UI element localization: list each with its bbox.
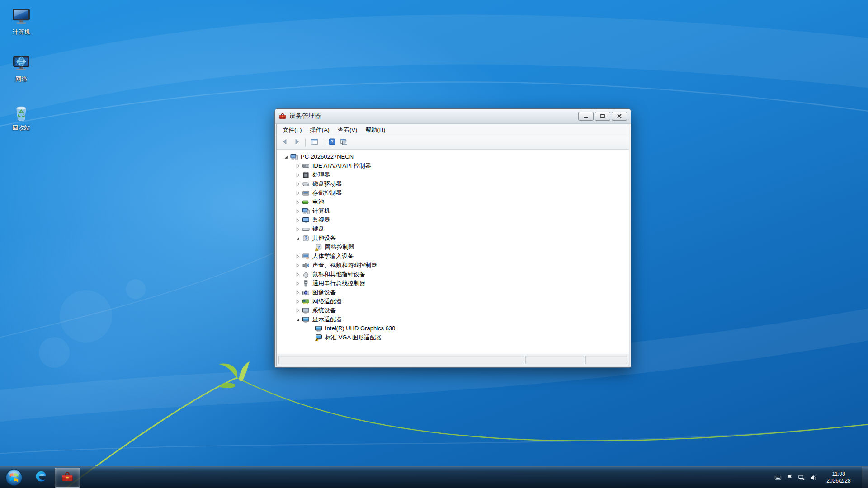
expand-icon[interactable] xyxy=(295,308,300,313)
show-desktop-button[interactable] xyxy=(862,467,868,488)
expand-icon[interactable] xyxy=(295,163,300,169)
svg-text:?: ? xyxy=(317,244,320,249)
minimize-button[interactable] xyxy=(578,112,594,121)
collapse-icon[interactable] xyxy=(295,235,300,241)
volume-icon[interactable] xyxy=(807,467,819,488)
menu-item-3[interactable]: 帮助(H) xyxy=(361,125,389,136)
status-bar xyxy=(277,354,629,366)
toolbar-separator xyxy=(305,139,306,147)
tree-item[interactable]: 鼠标和其他指针设备 xyxy=(277,270,629,279)
mouse-icon xyxy=(302,271,310,278)
menu-item-0[interactable]: 文件(F) xyxy=(278,125,306,136)
show-console-tree-button[interactable] xyxy=(309,137,320,148)
expand-icon[interactable] xyxy=(295,199,300,205)
tree-item[interactable]: PC-20260227NECN xyxy=(277,152,629,161)
back-button[interactable] xyxy=(279,137,290,148)
hid-icon xyxy=(302,253,310,260)
tree-item-label: 键盘 xyxy=(312,225,324,234)
menu-item-1[interactable]: 操作(A) xyxy=(306,125,334,136)
status-cell xyxy=(585,356,627,364)
collapse-icon[interactable] xyxy=(295,317,300,322)
tree-item-label: 监视器 xyxy=(312,216,330,225)
tree-item[interactable]: 声音、视频和游戏控制器 xyxy=(277,261,629,270)
sound-icon xyxy=(302,262,310,269)
svg-text:?: ? xyxy=(330,139,333,144)
tree-item[interactable]: 系统设备 xyxy=(277,306,629,315)
expand-icon[interactable] xyxy=(295,253,300,259)
tree-item[interactable]: 图像设备 xyxy=(277,288,629,297)
display-icon xyxy=(302,316,310,324)
device-tree[interactable]: PC-20260227NECNIDE ATA/ATAPI 控制器处理器磁盘驱动器… xyxy=(277,150,629,354)
taskbar-clock[interactable]: 11:08 2026/2/28 xyxy=(819,471,858,484)
tree-item[interactable]: ?网络控制器 xyxy=(277,243,629,252)
tree-item-label: 图像设备 xyxy=(312,288,336,297)
display-icon xyxy=(315,325,322,333)
netadapter-icon xyxy=(302,298,310,305)
desktop-icon-recycle[interactable]: 回收站 xyxy=(4,102,39,132)
expand-icon[interactable] xyxy=(295,281,300,286)
device-manager-window: 设备管理器 文件(F)操作(A)查看(V)帮助(H) ? PC-20260227… xyxy=(274,108,631,368)
tree-item[interactable]: 键盘 xyxy=(277,225,629,234)
expand-icon[interactable] xyxy=(295,263,300,268)
usb-icon xyxy=(302,280,310,287)
computer-icon xyxy=(302,207,310,215)
battery-icon xyxy=(302,198,310,206)
toolbar: ? xyxy=(277,136,629,150)
network-icon xyxy=(11,53,32,74)
expand-icon[interactable] xyxy=(295,172,300,178)
tree-item-label: Intel(R) UHD Graphics 630 xyxy=(325,324,395,333)
status-cell xyxy=(525,356,584,364)
network-status-icon[interactable] xyxy=(796,467,807,488)
action-center-icon[interactable] xyxy=(784,467,796,488)
tree-item[interactable]: IDE ATA/ATAPI 控制器 xyxy=(277,161,629,170)
expand-icon[interactable] xyxy=(295,299,300,304)
device-manager-icon xyxy=(61,470,74,485)
expand-icon[interactable] xyxy=(295,290,300,295)
tree-item[interactable]: 磁盘驱动器 xyxy=(277,179,629,188)
menu-item-2[interactable]: 查看(V) xyxy=(334,125,361,136)
tree-item[interactable]: 存储控制器 xyxy=(277,188,629,197)
display-warning-icon xyxy=(315,334,322,342)
tree-item-label: 人体学输入设备 xyxy=(312,252,354,261)
forward-button[interactable] xyxy=(291,137,302,148)
status-cell xyxy=(278,356,524,364)
desktop-icon-network[interactable]: 网络 xyxy=(4,53,39,83)
desktop-icon-computer[interactable]: 计算机 xyxy=(4,6,39,36)
processor-icon xyxy=(302,171,310,179)
clock-time: 11:08 xyxy=(819,471,858,478)
tree-item[interactable]: 计算机 xyxy=(277,206,629,216)
tree-item-label: 计算机 xyxy=(312,206,330,216)
close-button[interactable] xyxy=(612,112,627,121)
expand-icon[interactable] xyxy=(295,181,300,187)
expand-icon[interactable] xyxy=(295,226,300,232)
collapse-icon[interactable] xyxy=(283,154,288,160)
tree-item[interactable]: 电池 xyxy=(277,197,629,206)
imaging-icon xyxy=(302,289,310,296)
input-indicator-icon[interactable] xyxy=(772,467,784,488)
expand-icon[interactable] xyxy=(295,272,300,277)
desktop-icon-label: 网络 xyxy=(4,75,39,83)
taskbar-edge-button[interactable] xyxy=(28,468,54,488)
tree-item[interactable]: Intel(R) UHD Graphics 630 xyxy=(277,324,629,333)
taskbar-device-manager-button[interactable] xyxy=(55,468,80,488)
tree-item[interactable]: 通用串行总线控制器 xyxy=(277,279,629,288)
tree-item[interactable]: 处理器 xyxy=(277,170,629,179)
help-button[interactable]: ? xyxy=(326,137,337,148)
disk-icon xyxy=(302,180,310,188)
expand-icon[interactable] xyxy=(295,190,300,196)
tree-item[interactable]: 网络适配器 xyxy=(277,297,629,306)
window-titlebar[interactable]: 设备管理器 xyxy=(275,109,631,124)
expand-icon[interactable] xyxy=(295,217,300,223)
maximize-button[interactable] xyxy=(595,112,610,121)
tree-item[interactable]: 显示适配器 xyxy=(277,315,629,324)
properties-button[interactable] xyxy=(338,137,349,148)
unknown-warning-icon: ? xyxy=(315,244,322,251)
tree-item[interactable]: 标准 VGA 图形适配器 xyxy=(277,333,629,342)
tree-item[interactable]: 人体学输入设备 xyxy=(277,252,629,261)
start-button[interactable] xyxy=(0,467,28,488)
tree-item[interactable]: ?其他设备 xyxy=(277,234,629,243)
help-icon: ? xyxy=(328,138,336,147)
storage-icon xyxy=(302,189,310,197)
tree-item[interactable]: 监视器 xyxy=(277,216,629,225)
expand-icon[interactable] xyxy=(295,208,300,214)
